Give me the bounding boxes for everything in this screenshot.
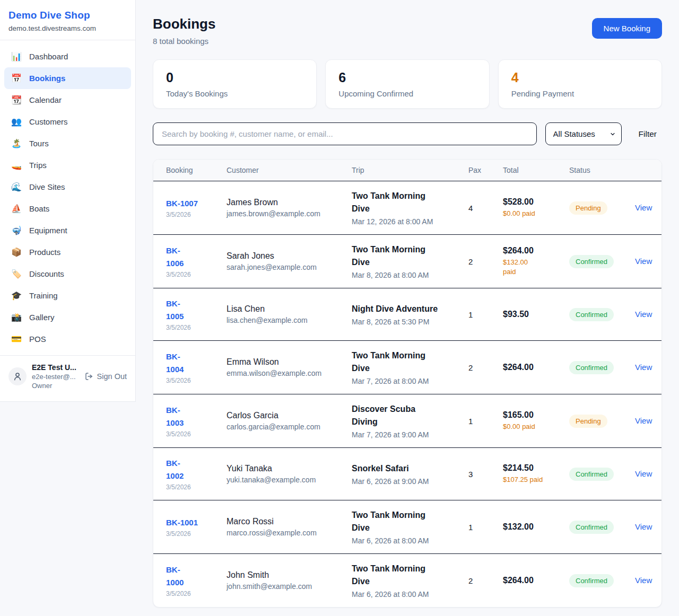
status-badge: Confirmed [569,308,614,321]
sidebar-item-label: Equipment [29,226,67,235]
sidebar-item-label: Gallery [29,313,55,322]
booking-cell: BK-1001 3/5/2026 [153,516,220,538]
tear-calendar-icon: 📆 [11,95,22,105]
sidebar-item-customers[interactable]: 👥 Customers [4,111,131,133]
sign-out-label: Sign Out [97,372,127,381]
filter-row: All Statuses Filter [153,122,662,145]
sidebar-item-calendar[interactable]: 📆 Calendar [4,89,131,111]
view-link[interactable]: View [633,416,652,425]
sidebar-item-label: Dashboard [29,52,68,61]
booking-id-link[interactable]: BK-1007 [166,197,198,209]
view-link[interactable]: View [633,203,652,212]
trip-cell: Night Dive Adventure Mar 8, 2026 at 5:30… [345,303,462,326]
sidebar-item-equipment[interactable]: 🤿 Equipment [4,219,131,241]
status-filter-select[interactable]: All Statuses [545,122,622,145]
table-row: BK- 1003 3/5/2026 Carlos Garcia carlos.g… [153,394,661,448]
booking-date: 3/5/2026 [166,211,216,218]
column-header-status: Status [563,160,626,181]
trip-name: Night Dive Adventure [352,303,458,315]
column-header-total: Total [497,160,563,181]
status-cell: Confirmed [563,361,626,374]
total-cell: $264.00 [497,363,563,372]
total-amount: $264.00 [503,363,559,372]
trip-cell: Two Tank Morning Dive Mar 12, 2026 at 8:… [345,190,462,226]
booking-id-link[interactable]: BK- 1000 [166,564,184,588]
booking-cell: BK- 1004 3/5/2026 [153,350,220,384]
sidebar-item-boats[interactable]: ⛵ Boats [4,198,131,219]
sidebar-item-label: Training [29,291,58,300]
sidebar-item-trips[interactable]: 🚤 Trips [4,154,131,176]
status-cell: Confirmed [563,468,626,481]
sidebar-item-bookings[interactable]: 📅 Bookings [4,67,131,89]
customer-email: emma.wilson@example.com [227,369,341,377]
diving-mask-icon: 🤿 [11,225,22,235]
customer-cell: Emma Wilson emma.wilson@example.com [220,357,345,377]
stat-label: Today's Bookings [166,89,303,98]
tag-icon: 🏷️ [11,269,22,279]
status-select-wrap: All Statuses [545,122,622,145]
total-amount: $132.00 [503,522,559,532]
stats-row: 0 Today's Bookings 6 Upcoming Confirmed … [153,59,662,109]
bookings-table: Booking Customer Trip Pax Total Status B… [153,159,662,608]
search-input[interactable] [153,122,537,145]
booking-id-link[interactable]: BK- 1003 [166,404,184,429]
trip-date: Mar 6, 2026 at 8:00 AM [352,590,458,599]
page-title-block: Bookings 8 total bookings [153,16,215,46]
sidebar-item-discounts[interactable]: 🏷️ Discounts [4,263,131,285]
trip-date: Mar 6, 2026 at 8:00 AM [352,536,458,545]
bar-chart-icon: 📊 [11,51,22,61]
customer-cell: Yuki Tanaka yuki.tanaka@example.com [220,464,345,484]
pax-cell: 4 [462,204,497,213]
booking-id-link[interactable]: BK- 1002 [166,457,184,482]
view-link[interactable]: View [633,310,652,319]
booking-id-link[interactable]: BK- 1004 [166,350,184,375]
customer-email: james.brown@example.com [227,209,341,218]
sailboat-icon: ⛵ [11,204,22,214]
new-booking-button[interactable]: New Booking [592,18,662,39]
filter-button[interactable]: Filter [639,129,657,139]
paid-amount: $107.25 paid [503,475,559,485]
customer-name: Yuki Tanaka [227,464,341,473]
booking-id-link[interactable]: BK-1001 [166,516,198,529]
sidebar-item-training[interactable]: 🎓 Training [4,285,131,306]
stat-value: 4 [511,70,649,85]
view-link[interactable]: View [633,257,652,266]
total-cell: $165.00 $0.00 paid [497,410,563,432]
pax-cell: 3 [462,470,497,479]
trip-date: Mar 7, 2026 at 9:00 AM [352,430,458,439]
booking-id-link[interactable]: BK- 1006 [166,244,184,269]
booking-date: 3/5/2026 [166,271,216,278]
trip-name: Two Tank Morning Dive [352,190,458,215]
booking-id-link[interactable]: BK- 1005 [166,297,184,322]
table-row: BK- 1004 3/5/2026 Emma Wilson emma.wilso… [153,341,661,394]
sign-out-button[interactable]: Sign Out [85,372,127,381]
trip-date: Mar 12, 2026 at 8:00 AM [352,217,458,226]
booking-date: 3/5/2026 [166,530,216,538]
sidebar-item-gallery[interactable]: 📸 Gallery [4,306,131,328]
view-link[interactable]: View [633,363,652,372]
trip-date: Mar 8, 2026 at 5:30 PM [352,318,458,326]
customer-name: James Brown [227,198,341,207]
table-body: BK-1007 3/5/2026 James Brown james.brown… [153,181,661,607]
customer-email: carlos.garcia@example.com [227,423,341,431]
sidebar-item-dashboard[interactable]: 📊 Dashboard [4,46,131,67]
view-link[interactable]: View [633,576,652,585]
sidebar-item-dive-sites[interactable]: 🌊 Dive Sites [4,176,131,198]
status-badge: Pending [569,201,607,215]
total-amount: $214.50 [503,463,559,473]
view-link[interactable]: View [633,469,652,478]
sidebar-item-tours[interactable]: 🏝️ Tours [4,133,131,154]
sidebar-item-pos[interactable]: 💳 POS [4,328,131,350]
status-cell: Confirmed [563,521,626,534]
view-link[interactable]: View [633,522,652,531]
sidebar-item-label: Bookings [29,74,65,83]
sidebar-item-products[interactable]: 📦 Products [4,241,131,263]
status-cell: Confirmed [563,574,626,587]
table-row: BK- 1006 3/5/2026 Sarah Jones sarah.jone… [153,235,661,288]
stat-card: 6 Upcoming Confirmed [325,59,489,109]
total-cell: $214.50 $107.25 paid [497,463,563,485]
customer-email: yuki.tanaka@example.com [227,476,341,484]
stat-label: Upcoming Confirmed [338,89,476,98]
actions-cell: View [626,203,661,213]
column-header-customer: Customer [220,160,345,181]
